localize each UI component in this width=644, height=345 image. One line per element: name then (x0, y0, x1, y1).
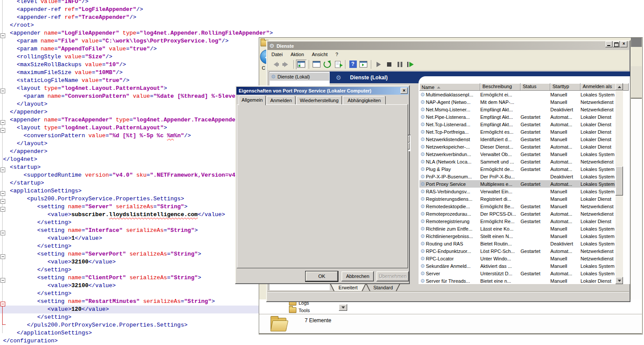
maximize-button[interactable] (613, 41, 620, 47)
banner-title: Dienste (Lokal) (350, 75, 388, 81)
table-row[interactable]: ⚙RPC-LocatorUnter Windo...ManuellNetzwer… (419, 255, 616, 262)
scroll-down-button[interactable] (616, 277, 623, 284)
fold-marker-icon[interactable] (0, 207, 5, 212)
table-row[interactable]: ⚙Richtlinie zum Entfe...Lässt eine Ko...… (419, 225, 616, 232)
table-row[interactable]: ⚙Port Proxy ServiceMultiplexes e...Gesta… (419, 180, 616, 188)
table-row[interactable]: ⚙ServerUnterstützt D...GestartetAutomat.… (419, 270, 616, 277)
tab-anmelden[interactable]: Anmelden (267, 96, 296, 105)
fold-marker-icon[interactable] (0, 199, 5, 204)
fold-marker-icon[interactable] (0, 278, 5, 283)
ok-button[interactable]: OK (306, 271, 338, 281)
menu-ansicht[interactable]: Ansicht (308, 52, 331, 57)
table-row[interactable]: ⚙Routing und RASBietet Routin...Deaktivi… (419, 240, 616, 247)
tab-standard[interactable]: Standard (366, 284, 400, 292)
table-row[interactable]: ⚙NetzwerklistendienstIdentifiziert d...G… (419, 135, 616, 143)
table-row[interactable]: ⚙Server für Threads...Bietet eine n...Ma… (419, 277, 616, 284)
table-row[interactable]: ⚙RemoteregistrierungErmöglicht Re...Gest… (419, 217, 616, 225)
tab-abhaengigkeiten[interactable]: Abhängigkeiten (343, 96, 386, 105)
table-row[interactable]: ⚙Richtlinienergebniss...Stellt einen N..… (419, 232, 616, 240)
code-line: <appender-ref ref="LogFileAppender"/> (0, 6, 288, 14)
service-gear-icon: ⚙ (420, 256, 425, 262)
minimize-button[interactable] (605, 41, 612, 47)
table-row[interactable]: ⚙Netzwerkverbindun...Verwaltet Ob...Gest… (419, 150, 616, 158)
fold-marker-icon[interactable] (0, 33, 5, 38)
table-row[interactable]: ⚙NLA (Network Loca...Sammelt und ...Gest… (419, 158, 616, 165)
service-gear-icon: ⚙ (420, 270, 425, 277)
stop-service-icon[interactable] (384, 60, 394, 69)
scroll-up-button[interactable] (616, 83, 623, 90)
column-header-starttyp[interactable]: Starttyp (550, 83, 581, 91)
pause-service-icon[interactable] (394, 60, 405, 69)
table-row[interactable]: ⚙Multimediaklassenpl...Ermöglicht ei...M… (419, 91, 616, 98)
window-titlebar[interactable]: ⚙ Dienste (267, 42, 629, 50)
table-row[interactable]: ⚙Net.Msmq-Listener...Empfängt Akt...Deak… (419, 106, 616, 113)
start-service-icon[interactable] (373, 60, 384, 69)
table-row[interactable]: ⚙Netzwerkspeicher-...Dieser Dienst...Ges… (419, 143, 616, 150)
gear-icon: ⚙ (336, 74, 341, 81)
fold-marker-icon[interactable] (0, 231, 5, 235)
restart-service-icon[interactable] (405, 60, 415, 69)
tab-erweitert[interactable]: Erweitert (330, 284, 366, 292)
service-gear-icon: ⚙ (420, 189, 425, 195)
uebernehmen-button[interactable]: Übernehmen (377, 271, 409, 281)
table-row[interactable]: ⚙Remoteprozedurau...Der RPCSS-Di...Gesta… (419, 210, 616, 217)
service-gear-icon: ⚙ (420, 166, 425, 172)
scrollbar-thumb[interactable] (616, 167, 623, 196)
table-row[interactable]: ⚙Remotedesktopdie...Ermöglicht Be...Gest… (419, 203, 616, 210)
column-header-beschreibung[interactable]: Beschreibung (480, 83, 521, 91)
show-console-tree-icon[interactable] (296, 60, 306, 69)
service-gear-icon: ⚙ (420, 121, 425, 128)
new-window-icon[interactable] (358, 60, 369, 69)
service-gear-icon: ⚙ (420, 144, 425, 150)
column-header-anmelden-als[interactable]: Anmelden als (581, 83, 621, 91)
back-icon[interactable] (270, 60, 281, 69)
table-row[interactable]: ⚙Net.Tcp-Portfreiga...Ermöglicht es...Ge… (419, 128, 616, 135)
table-row[interactable]: ⚙RAS-Verbindungsv...Verwaltet Ein...Manu… (419, 188, 616, 195)
menu-aktion[interactable]: Aktion (287, 52, 308, 57)
table-row[interactable]: ⚙NAP-Agent (Netwo...Mit dem NAP-...Manue… (419, 98, 616, 106)
table-row[interactable]: ⚙PnP-X-IP-Busenum...Der PnP-X-Bu...Deakt… (419, 173, 616, 180)
table-row[interactable]: ⚙Sekundäre Anmeld...Aktiviert das ...Man… (419, 262, 616, 270)
fold-marker-icon[interactable] (0, 120, 5, 125)
vertical-scrollbar[interactable] (616, 83, 623, 284)
code-line: </root> (0, 21, 282, 29)
dropdown-button[interactable] (339, 304, 347, 311)
table-row[interactable]: ⚙Registrierungsdiens...Registriert di...… (419, 195, 616, 203)
list-item[interactable]: Tools (289, 307, 310, 313)
status-text: 7 Elemente (305, 317, 331, 324)
fold-marker-icon[interactable] (0, 167, 5, 172)
dialog-close-icon[interactable]: × (401, 88, 408, 94)
explorer-toolbar-fragment2 (631, 66, 642, 99)
properties-icon[interactable] (311, 60, 322, 69)
fold-marker-icon[interactable] (0, 191, 5, 196)
menu-hilfe[interactable]: ? (331, 52, 342, 57)
tab-allgemein[interactable]: Allgemein (239, 96, 266, 105)
code-line: <appender-ref ref="TraceAppender"/> (0, 14, 288, 21)
table-row[interactable]: ⚙Net.Tcp-Listenerad...Empfängt Akt...Ges… (419, 121, 616, 128)
table-row[interactable]: ⚙RPC-Endpunktzuor...Löst RPC-Sch...Gesta… (419, 247, 616, 255)
table-row[interactable]: ⚙Net.Pipe-Listenera...Empfängt Akt...Ges… (419, 113, 616, 121)
refresh-icon[interactable] (322, 60, 332, 69)
column-header-name[interactable]: Name (419, 83, 480, 91)
details-panel: 7 Elemente (259, 314, 642, 334)
export-list-icon[interactable] (332, 60, 343, 69)
fold-marker-icon[interactable] (0, 128, 5, 133)
column-header-status[interactable]: Status (521, 83, 550, 91)
close-button[interactable]: × (620, 41, 627, 47)
code-line: </log4net> (0, 156, 274, 164)
code-line: </applicationSettings> (0, 329, 288, 337)
dialog-titlebar[interactable]: Eigenschaften von Port Proxy Service (Lo… (236, 87, 408, 95)
menu-datei[interactable]: Datei (267, 52, 287, 57)
code-line: <staticLogFileName value="true"/> (0, 77, 288, 85)
fold-marker-changed-icon[interactable] (0, 302, 5, 306)
explorer-content-bg (631, 99, 642, 300)
tree-item-dienste-lokal[interactable]: ⚙ Dienste (Lokal) (270, 73, 329, 81)
tab-wiederherstellung[interactable]: Wiederherstellung (296, 96, 342, 105)
abbrechen-button[interactable]: Abbrechen (341, 271, 374, 281)
help-icon[interactable]: ? (348, 60, 358, 69)
service-gear-icon: ⚙ (420, 196, 425, 202)
forward-icon[interactable] (281, 60, 291, 69)
fold-marker-icon[interactable] (0, 89, 5, 93)
fold-marker-icon[interactable] (0, 254, 5, 259)
table-row[interactable]: ⚙Plug & PlayErmöglicht de...GestartetAut… (419, 165, 616, 173)
